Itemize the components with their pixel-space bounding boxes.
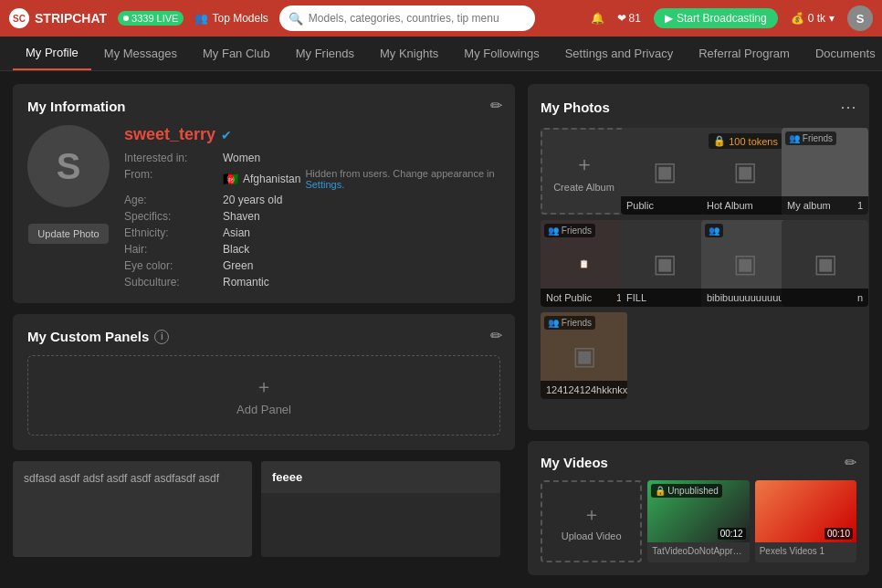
username-row: sweet_terry ✔ bbox=[124, 125, 500, 144]
hot-album-label: Hot Album bbox=[701, 196, 788, 215]
album-n[interactable]: ▣ n bbox=[782, 220, 868, 307]
tokens-display[interactable]: 💰 0 tk ▾ bbox=[791, 12, 835, 25]
panels-grid: sdfasd asdf adsf asdf asdf asdfasdf asdf… bbox=[13, 461, 515, 557]
verified-icon: ✔ bbox=[221, 128, 232, 142]
panel-item-image: feeee bbox=[261, 461, 500, 557]
videos-grid: ＋ Upload Video 🔒 Unpublished 00:12 TatVi… bbox=[541, 480, 856, 562]
avatar[interactable]: S bbox=[847, 5, 873, 31]
not-public-content: 📋 bbox=[577, 257, 591, 270]
n-album-label: n bbox=[782, 289, 868, 307]
create-album-plus-icon: ＋ bbox=[574, 151, 594, 178]
album-fill[interactable]: ▣ FILL bbox=[621, 220, 708, 307]
top-models-link[interactable]: 👥 Top Models bbox=[194, 12, 268, 25]
photos-grid: ＋ Create Album ▣ Public 🔒 100 tokens bbox=[541, 128, 856, 399]
tokens-dropdown-icon: ▾ bbox=[829, 12, 835, 25]
my-information-title: My Information bbox=[27, 99, 500, 114]
live-dot-icon bbox=[123, 16, 129, 21]
album-124[interactable]: 👥 Friends ▣ 124124124hkknkxy 1 bbox=[541, 312, 627, 399]
album-hot[interactable]: 🔒 100 tokens ▣ Hot Album bbox=[701, 128, 788, 215]
panel-image bbox=[261, 493, 500, 557]
not-public-label: Not Public 1 bbox=[541, 289, 627, 307]
add-panel-button[interactable]: ＋ Add Panel bbox=[27, 355, 500, 436]
album-my-album[interactable]: 👥 Friends My album 1 bbox=[782, 128, 868, 215]
info-section: S Update Photo sweet_terry ✔ Interested … bbox=[27, 125, 500, 289]
nav-my-friends[interactable]: My Friends bbox=[283, 37, 367, 69]
search-icon: 🔍 bbox=[289, 12, 303, 26]
hair-label: Hair: bbox=[124, 243, 215, 256]
hot-album-icon: ▣ bbox=[733, 156, 757, 186]
search-bar[interactable]: 🔍 bbox=[279, 5, 535, 31]
profile-avatar: S bbox=[27, 125, 110, 207]
nav-my-fan-club[interactable]: My Fan Club bbox=[190, 37, 283, 69]
fill-album-label: FILL bbox=[621, 289, 708, 307]
logo[interactable]: SC STRIPCHAT bbox=[9, 8, 107, 28]
video-label-1: TatVideoDoNotApprove bbox=[647, 542, 749, 560]
124-icon: ▣ bbox=[572, 341, 596, 371]
bibibuu-icon: ▣ bbox=[733, 248, 757, 278]
custom-panels-title: My Custom Panels i bbox=[27, 329, 500, 344]
friends-badge: 👥 Friends bbox=[785, 131, 836, 145]
nav-my-followings[interactable]: My Followings bbox=[451, 37, 551, 69]
124-label: 124124124hkknkxy 1 bbox=[541, 381, 627, 399]
age-label: Age: bbox=[124, 194, 215, 206]
photos-more-icon[interactable]: ⋯ bbox=[840, 97, 856, 117]
eye-color-value: Green bbox=[223, 259, 500, 272]
nav-my-knights[interactable]: My Knights bbox=[367, 37, 451, 69]
nav-my-profile[interactable]: My Profile bbox=[13, 37, 91, 70]
video-thumb-1: 🔒 Unpublished 00:12 bbox=[647, 480, 749, 542]
hair-value: Black bbox=[223, 243, 500, 256]
nav-documents[interactable]: Documents bbox=[803, 37, 882, 69]
nav-my-messages[interactable]: My Messages bbox=[91, 37, 190, 69]
video-label-2: Pexels Videos 1 bbox=[755, 542, 856, 560]
my-photos-card: My Photos ⋯ ＋ Create Album ▣ Public bbox=[528, 84, 869, 430]
subculture-value: Romantic bbox=[223, 276, 500, 289]
unpublished-icon: 🔒 bbox=[655, 486, 666, 496]
custom-panels-info-icon[interactable]: i bbox=[154, 330, 169, 344]
panel-title: feeee bbox=[261, 461, 500, 493]
upload-video-cell[interactable]: ＋ Upload Video bbox=[541, 480, 642, 562]
edit-custom-panels-icon[interactable]: ✏ bbox=[490, 327, 502, 344]
edit-information-icon[interactable]: ✏ bbox=[490, 97, 502, 114]
search-input[interactable] bbox=[309, 12, 526, 25]
n-album-icon: ▣ bbox=[814, 248, 837, 278]
specifics-value: Shaven bbox=[223, 210, 500, 223]
videos-header: My Videos ✏ bbox=[541, 454, 856, 471]
update-photo-button[interactable]: Update Photo bbox=[28, 224, 108, 244]
my-album-label: My album 1 bbox=[782, 196, 868, 215]
nav-referral-program[interactable]: Referral Program bbox=[686, 37, 803, 69]
top-right-controls: 🔔 ❤ 81 ▶ Start Broadcasting 💰 0 tk ▾ S bbox=[591, 5, 873, 31]
live-count-badge[interactable]: 3339 LIVE bbox=[118, 11, 184, 26]
nav-settings-privacy[interactable]: Settings and Privacy bbox=[552, 37, 687, 69]
not-public-friends-badge: 👥 Friends bbox=[544, 224, 595, 237]
videos-edit-icon[interactable]: ✏ bbox=[845, 454, 856, 471]
video-pexels[interactable]: 00:10 Pexels Videos 1 bbox=[755, 480, 856, 562]
video-thumb-2: 00:10 bbox=[755, 480, 856, 542]
panel-item-text: sdfasd asdf adsf asdf asdf asdfasdf asdf bbox=[13, 461, 252, 557]
settings-link[interactable]: Settings. bbox=[305, 179, 344, 190]
heart-count[interactable]: ❤ 81 bbox=[617, 12, 641, 25]
add-panel-label: Add Panel bbox=[236, 403, 291, 416]
album-public[interactable]: ▣ Public bbox=[621, 128, 708, 215]
token-badge: 🔒 100 tokens bbox=[709, 133, 782, 149]
interested-in-label: Interested in: bbox=[124, 152, 215, 164]
flag-icon: 🇦🇫 bbox=[223, 172, 238, 186]
secondary-navigation: My Profile My Messages My Fan Club My Fr… bbox=[0, 37, 882, 71]
broadcast-icon: ▶ bbox=[665, 12, 673, 25]
album-not-public[interactable]: 👥 Friends 📋 Not Public 1 bbox=[541, 220, 627, 307]
broadcast-button[interactable]: ▶ Start Broadcasting bbox=[654, 8, 778, 28]
album-bibibuu[interactable]: 👥 ▣ bibibuuuuuuuuuuuu bbox=[701, 220, 788, 307]
fill-album-icon: ▣ bbox=[653, 248, 677, 278]
video-duration-1: 00:12 bbox=[718, 528, 746, 540]
eye-color-label: Eye color: bbox=[124, 259, 215, 272]
create-album-label: Create Album bbox=[553, 182, 614, 193]
video-duration-2: 00:10 bbox=[824, 528, 853, 540]
from-value: 🇦🇫 Afghanistan Hidden from users. Change… bbox=[223, 168, 500, 190]
my-information-card: My Information ✏ S Update Photo sweet_te… bbox=[13, 84, 515, 303]
specifics-label: Specifics: bbox=[124, 210, 215, 223]
create-album-cell[interactable]: ＋ Create Album bbox=[541, 128, 627, 215]
upload-plus-icon: ＋ bbox=[583, 502, 601, 527]
notification-bell[interactable]: 🔔 bbox=[591, 12, 604, 25]
right-panel: My Photos ⋯ ＋ Create Album ▣ Public bbox=[528, 84, 869, 575]
from-label: From: bbox=[124, 168, 215, 190]
video-tatvideodonot[interactable]: 🔒 Unpublished 00:12 TatVideoDoNotApprove bbox=[647, 480, 749, 562]
